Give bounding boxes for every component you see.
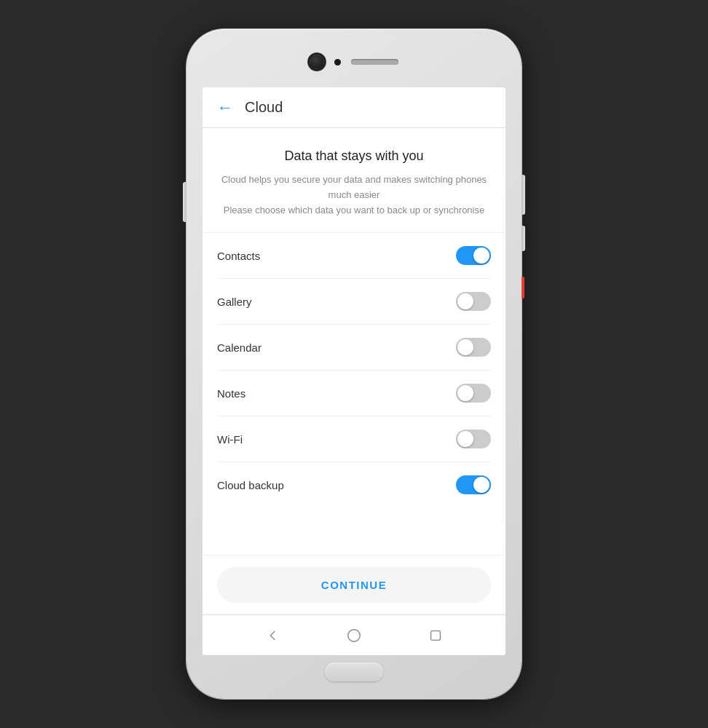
- toggle-knob-calendar: [457, 339, 473, 355]
- toggle-knob-notes: [457, 385, 473, 401]
- speaker-grille: [351, 59, 398, 65]
- toggle-list: Contacts Gallery Calendar: [202, 233, 506, 555]
- phone-screen: ← Cloud Data that stays with you Cloud h…: [202, 87, 506, 655]
- toggle-item-gallery: Gallery: [217, 279, 491, 325]
- svg-rect-1: [431, 630, 441, 640]
- toggle-label-contacts: Contacts: [217, 250, 260, 262]
- toggle-label-notes: Notes: [217, 387, 245, 400]
- page-title: Cloud: [245, 99, 283, 116]
- app-content: ← Cloud Data that stays with you Cloud h…: [202, 87, 506, 655]
- toggle-item-calendar: Calendar: [217, 325, 491, 371]
- toggle-item-contacts: Contacts: [217, 233, 491, 279]
- nav-back-button[interactable]: [264, 628, 280, 644]
- red-accent-strip: [522, 277, 524, 298]
- app-header: ← Cloud: [202, 87, 506, 128]
- svg-point-0: [348, 629, 361, 641]
- toggle-label-cloud-backup: Cloud backup: [217, 479, 284, 491]
- toggle-wifi[interactable]: [456, 430, 491, 448]
- phone-frame: ← Cloud Data that stays with you Cloud h…: [186, 29, 522, 699]
- toggle-knob-wifi: [457, 431, 473, 447]
- toggle-contacts[interactable]: [456, 246, 491, 265]
- toggle-knob-gallery: [457, 293, 473, 309]
- toggle-gallery[interactable]: [456, 292, 491, 311]
- back-button[interactable]: ←: [217, 100, 233, 116]
- toggle-item-notes: Notes: [217, 371, 491, 416]
- toggle-notes[interactable]: [456, 384, 491, 403]
- navigation-bar: [202, 614, 506, 655]
- power-button: [522, 175, 525, 215]
- toggle-item-cloud-backup: Cloud backup: [217, 462, 491, 507]
- toggle-cloud-backup[interactable]: [456, 475, 491, 494]
- bottom-section: CONTINUE: [202, 555, 506, 614]
- volume-button-left: [183, 182, 186, 222]
- sensor-dot: [334, 59, 341, 66]
- hero-title: Data that stays with you: [217, 149, 491, 164]
- volume-button-right: [522, 226, 525, 251]
- toggle-calendar[interactable]: [456, 338, 491, 357]
- toggle-item-wifi: Wi-Fi: [217, 416, 491, 462]
- toggle-label-calendar: Calendar: [217, 341, 261, 354]
- toggle-label-wifi: Wi-Fi: [217, 433, 243, 446]
- home-button[interactable]: [325, 662, 383, 681]
- hero-section: Data that stays with you Cloud helps you…: [202, 128, 506, 233]
- toggle-knob-cloud-backup: [473, 477, 489, 493]
- toggle-label-gallery: Gallery: [217, 296, 252, 308]
- hero-description: Cloud helps you secure your data and mak…: [217, 173, 491, 218]
- nav-recents-button[interactable]: [428, 628, 444, 644]
- camera-icon: [310, 55, 324, 69]
- phone-top-bar: [186, 29, 522, 87]
- nav-home-button[interactable]: [346, 628, 362, 644]
- continue-button[interactable]: CONTINUE: [217, 567, 491, 603]
- toggle-knob-contacts: [473, 248, 489, 264]
